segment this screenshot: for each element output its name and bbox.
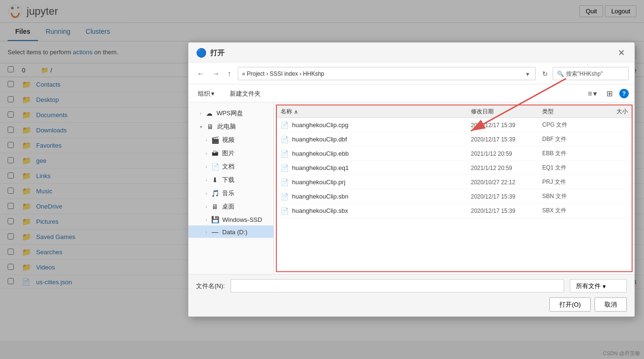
filename-label: 文件名(N): <box>196 282 225 290</box>
filetype-arrow-icon: ▾ <box>603 282 606 289</box>
sidebar-label-windows-ssd: Windows-SSD <box>222 216 262 223</box>
open-button[interactable]: 打开(O) <box>549 298 591 312</box>
dialog-close-button[interactable]: ✕ <box>616 48 627 58</box>
sidebar-item-desktop[interactable]: › 🖥 桌面 <box>188 200 273 213</box>
fp-date: 2020/12/17 15:39 <box>471 193 542 199</box>
nav-forward-button[interactable]: → <box>209 68 223 80</box>
fp-filename: huanghekouClip.sbx <box>292 207 471 214</box>
chevron-right-icon: › <box>205 217 207 222</box>
fp-filename: huanghekouClip.ebb <box>292 150 471 157</box>
sidebar-label-wps: WPS网盘 <box>216 109 243 118</box>
col-header-type[interactable]: 类型 <box>542 108 599 116</box>
filepane-header: 名称 ∧ 修改日期 类型 大小 <box>277 106 632 118</box>
download-icon: ⬇ <box>211 176 219 184</box>
dialog-footer: 文件名(N): 所有文件 ▾ 打开(O) 取消 <box>188 274 634 317</box>
fp-date: 2021/1/12 20:59 <box>471 164 542 171</box>
fp-type: SBN 文件 <box>542 192 599 200</box>
fp-date: 2021/1/12 20:59 <box>471 150 542 157</box>
fp-list-item[interactable]: 📄 huanghekouClip.ebb 2021/1/12 20:59 EBB… <box>277 147 632 161</box>
dialog-file-pane: 名称 ∧ 修改日期 类型 大小 📄 huanghekouClip.cpg 202… <box>276 105 633 272</box>
sort-asc-icon: ∧ <box>294 108 298 115</box>
fp-list-item[interactable]: 📄 huanghekouClip.sbn 2020/12/17 15:39 SB… <box>277 189 632 204</box>
sidebar-item-downloads[interactable]: › ⬇ 下载 <box>188 173 273 187</box>
toolbar-right: ≡ ▾ ⊞ ? <box>585 88 629 100</box>
organize-label: 组织 <box>198 89 210 98</box>
chevron-right-icon: › <box>205 137 207 142</box>
breadcrumb-bar[interactable]: « Project › SSSI index › HHKshp ▾ <box>238 67 536 80</box>
view-toggle-button[interactable]: ⊞ <box>604 88 615 100</box>
fp-type: DBF 文件 <box>542 135 599 143</box>
search-text: 搜索"HHKshp" <box>566 70 603 78</box>
help-button[interactable]: ? <box>619 89 629 98</box>
sidebar-item-thispc[interactable]: ▾ 🖥 此电脑 <box>188 120 273 133</box>
chevron-right-icon: › <box>205 150 207 156</box>
nav-refresh-button[interactable]: ↻ <box>539 69 551 79</box>
col-header-name[interactable]: 名称 ∧ <box>281 108 471 116</box>
sidebar-item-windows-ssd[interactable]: › 💾 Windows-SSD <box>188 213 273 226</box>
fp-type: EQ1 文件 <box>542 164 599 172</box>
dialog-body: › ☁ WPS网盘 ▾ 🖥 此电脑 › 🎬 视频 › 🏔 图片 › 📄 <box>188 103 634 274</box>
cancel-button[interactable]: 取消 <box>595 298 627 312</box>
drive-d-icon: — <box>211 228 219 236</box>
sidebar-label-music: 音乐 <box>222 189 234 198</box>
breadcrumb-chevron-icon[interactable]: ▾ <box>524 70 531 77</box>
nav-back-button[interactable]: ← <box>194 68 207 80</box>
dialog-title-left: 🔵 打开 <box>196 48 224 58</box>
fp-type: CPG 文件 <box>542 121 599 129</box>
toolbar-left: 组织 ▾ 新建文件夹 <box>194 88 264 99</box>
chevron-right-icon: › <box>205 229 207 234</box>
sidebar-item-video[interactable]: › 🎬 视频 <box>188 133 273 147</box>
fp-list-item[interactable]: 📄 huanghekouClip.sbx 2020/12/17 15:39 SB… <box>277 204 632 218</box>
sidebar-label-thispc: 此电脑 <box>217 122 236 131</box>
sidebar-item-data-d[interactable]: › — Data (D:) <box>188 226 273 238</box>
sidebar-item-pictures[interactable]: › 🏔 图片 <box>188 147 273 160</box>
fp-list-item[interactable]: 📄 huanghekouClip.prj 2020/10/27 22:12 PR… <box>277 175 632 189</box>
picture-icon: 🏔 <box>211 150 219 157</box>
fp-filename: huanghekouClip.sbn <box>292 193 471 200</box>
dialog-title: 打开 <box>210 48 224 57</box>
col-header-size[interactable]: 大小 <box>599 108 628 116</box>
dialog-nav-bar: ← → ↑ « Project › SSSI index › HHKshp ▾ … <box>188 63 634 85</box>
new-folder-button[interactable]: 新建文件夹 <box>226 88 264 99</box>
nav-up-button[interactable]: ↑ <box>224 68 234 80</box>
cloud-icon: ☁ <box>205 110 214 117</box>
drive-icon: 💾 <box>211 216 219 223</box>
sidebar-label-desktop: 桌面 <box>222 202 234 211</box>
organize-arrow-icon: ▾ <box>211 90 215 97</box>
view-menu-button[interactable]: ≡ ▾ <box>585 88 600 100</box>
search-bar[interactable]: 🔍 搜索"HHKshp" <box>553 67 629 80</box>
dialog-sidebar: › ☁ WPS网盘 ▾ 🖥 此电脑 › 🎬 视频 › 🏔 图片 › 📄 <box>188 103 274 274</box>
open-dialog: 🔵 打开 ✕ ← → ↑ « Project › SSSI index › HH… <box>188 42 635 317</box>
fp-list-item[interactable]: 📄 huanghekouClip.dbf 2020/12/17 15:39 DB… <box>277 132 632 147</box>
chevron-right-icon: › <box>205 190 207 196</box>
fp-filename: huanghekouClip.cpg <box>292 121 471 129</box>
fp-filename: huanghekouClip.prj <box>292 179 471 186</box>
fp-type: PRJ 文件 <box>542 178 599 186</box>
sidebar-label-video: 视频 <box>222 136 234 144</box>
filename-input[interactable] <box>231 279 564 293</box>
file-doc-icon: 📄 <box>281 207 288 214</box>
fp-date: 2020/12/17 15:39 <box>471 207 542 214</box>
sidebar-item-docs[interactable]: › 📄 文档 <box>188 160 273 173</box>
fp-list-item[interactable]: 📄 huanghekouClip.cpg 2020/12/17 15:39 CP… <box>277 118 632 132</box>
fp-list-item[interactable]: 📄 huanghekouClip.eq1 2021/1/12 20:59 EQ1… <box>277 161 632 175</box>
desktop-icon: 🖥 <box>211 203 219 210</box>
chevron-right-icon: › <box>205 204 207 209</box>
file-doc-icon: 📄 <box>281 178 288 186</box>
file-doc-icon: 📄 <box>281 150 288 157</box>
filetype-select-button[interactable]: 所有文件 ▾ <box>570 279 627 293</box>
file-doc-icon: 📄 <box>281 164 288 171</box>
dialog-toolbar: 组织 ▾ 新建文件夹 ≡ ▾ ⊞ ? <box>188 85 634 103</box>
dialog-title-bar: 🔵 打开 ✕ <box>188 43 634 63</box>
dialog-app-icon: 🔵 <box>196 48 206 58</box>
sidebar-item-wps[interactable]: › ☁ WPS网盘 <box>188 107 273 120</box>
chevron-right-icon: › <box>200 110 201 116</box>
fp-filename: huanghekouClip.eq1 <box>292 164 471 171</box>
sidebar-label-downloads: 下载 <box>222 176 234 184</box>
col-header-date[interactable]: 修改日期 <box>471 108 542 116</box>
filetype-label: 所有文件 <box>576 282 601 290</box>
organize-button[interactable]: 组织 ▾ <box>194 88 218 99</box>
search-icon: 🔍 <box>557 70 564 77</box>
sidebar-item-music[interactable]: › 🎵 音乐 <box>188 187 273 200</box>
chevron-down-icon: ▾ <box>200 124 202 129</box>
